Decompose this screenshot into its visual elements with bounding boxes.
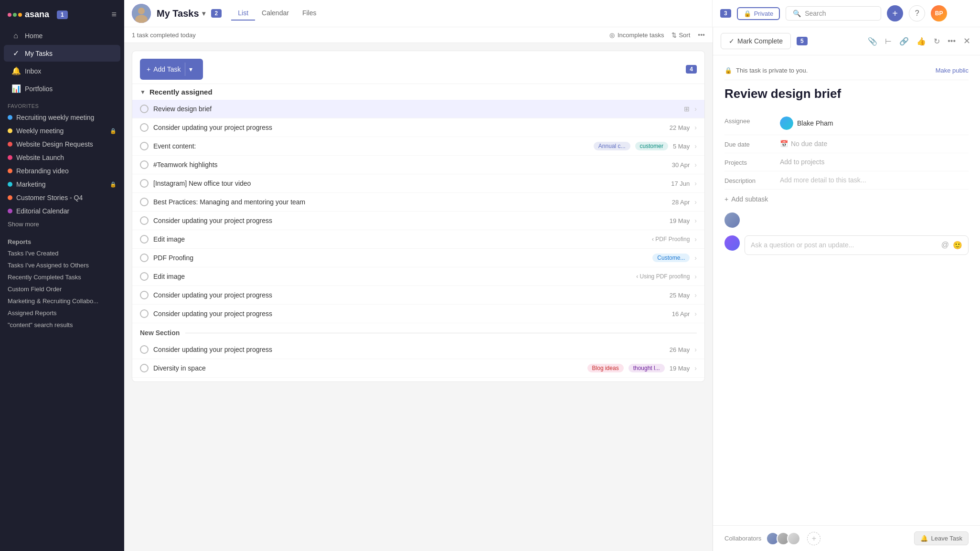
task-arrow-4[interactable]: › — [694, 161, 697, 169]
tab-calendar[interactable]: Calendar — [255, 6, 296, 21]
task-arrow-9[interactable]: › — [694, 254, 697, 262]
emoji-icon[interactable]: 🙂 — [953, 241, 962, 250]
task-arrow-8[interactable]: › — [694, 235, 697, 243]
task-check-12[interactable]: ○ — [140, 309, 149, 318]
sort-button[interactable]: ⇅ Sort — [671, 32, 690, 39]
section-collapse-icon[interactable]: ▼ — [140, 89, 146, 95]
task-row[interactable]: ○ Diversity in space Blog ideas thought … — [132, 359, 704, 378]
task-check-10[interactable]: ○ — [140, 272, 149, 281]
attachment-icon[interactable]: 📎 — [866, 35, 879, 48]
add-collaborator-button[interactable]: + — [807, 532, 820, 545]
task-check-14[interactable]: ○ — [140, 364, 149, 372]
hamburger-icon[interactable]: ≡ — [111, 10, 117, 20]
task-arrow-2[interactable]: › — [694, 124, 697, 131]
sidebar-item-inbox[interactable]: 🔔 Inbox — [4, 63, 120, 79]
task-row[interactable]: ○ #Teamwork highlights 30 Apr › — [132, 156, 704, 174]
task-row[interactable]: ○ Review design brief ⊞ › — [132, 100, 704, 118]
add-subtask-button[interactable]: + Add subtask — [724, 190, 969, 209]
sidebar-item-rebranding[interactable]: Rebranding video — [0, 164, 124, 178]
sidebar-item-customer-stories[interactable]: Customer Stories - Q4 — [0, 191, 124, 204]
task-check-1[interactable]: ○ — [140, 105, 149, 113]
sidebar-item-home[interactable]: ⌂ Home — [4, 28, 120, 44]
task-arrow-5[interactable]: › — [694, 180, 697, 187]
search-box[interactable]: 🔍 Search — [786, 6, 881, 21]
sidebar-item-my-tasks[interactable]: ✓ My Tasks — [4, 45, 120, 62]
report-marketing-recruiting[interactable]: Marketing & Recruiting Collabo... — [0, 295, 124, 307]
report-assigned-reports[interactable]: Assigned Reports — [0, 307, 124, 319]
leave-task-button[interactable]: 🔔 Leave Task — [914, 531, 969, 545]
task-row[interactable]: ○ Consider updating your project progres… — [132, 212, 704, 230]
task-row[interactable]: ○ Edit image ‹ Using PDF proofing › — [132, 267, 704, 286]
task-row[interactable]: ○ Best Practices: Managing and mentoring… — [132, 193, 704, 212]
task-arrow-6[interactable]: › — [694, 198, 697, 206]
task-check-3[interactable]: ○ — [140, 142, 149, 150]
task-row[interactable]: ○ PDF Proofing Custome... › — [132, 249, 704, 267]
task-row[interactable]: ○ Consider updating your project progres… — [132, 118, 704, 137]
task-row[interactable]: ○ [Instagram] New office tour video 17 J… — [132, 174, 704, 193]
step-badge-2: 2 — [211, 9, 222, 18]
report-content-search[interactable]: "content" search results — [0, 319, 124, 331]
task-check-5[interactable]: ○ — [140, 179, 149, 188]
make-public-button[interactable]: Make public — [936, 67, 969, 74]
task-check-8[interactable]: ○ — [140, 235, 149, 244]
sidebar-item-marketing[interactable]: Marketing 🔒 — [0, 178, 124, 191]
tab-list[interactable]: List — [231, 6, 255, 21]
task-row[interactable]: ○ Consider updating your project progres… — [132, 305, 704, 323]
close-icon[interactable]: ✕ — [961, 34, 972, 48]
sidebar-item-website-design[interactable]: Website Design Requests — [0, 138, 124, 151]
report-tasks-assigned[interactable]: Tasks I've Assigned to Others — [0, 259, 124, 271]
top-nav-left: My Tasks ▾ 2 List Calendar Files — [124, 0, 713, 27]
mark-complete-button[interactable]: ✓ Mark Complete — [721, 33, 791, 49]
more-options-button[interactable]: ••• — [698, 31, 705, 39]
assignee-value[interactable]: Blake Pham — [780, 117, 969, 130]
like-icon[interactable]: 👍 — [915, 35, 928, 48]
task-arrow-7[interactable]: › — [694, 217, 697, 224]
profile-avatar[interactable]: BP — [931, 5, 947, 21]
task-check-13[interactable]: ○ — [140, 345, 149, 354]
task-check-4[interactable]: ○ — [140, 160, 149, 169]
title-dropdown-arrow[interactable]: ▾ — [202, 10, 205, 17]
task-arrow-14[interactable]: › — [694, 364, 697, 372]
task-check-9[interactable]: ○ — [140, 254, 149, 262]
add-task-button[interactable]: + Add Task ▾ — [140, 59, 203, 80]
sidebar-item-website-launch[interactable]: Website Launch — [0, 151, 124, 164]
add-to-projects-button[interactable]: Add to projects — [780, 158, 824, 166]
report-recently-completed[interactable]: Recently Completed Tasks — [0, 271, 124, 283]
add-button[interactable]: + — [887, 5, 903, 21]
report-tasks-created[interactable]: Tasks I've Created — [0, 247, 124, 259]
task-arrow-1[interactable]: › — [694, 105, 697, 113]
task-grid-icon-1[interactable]: ⊞ — [684, 105, 690, 113]
help-button[interactable]: ? — [909, 5, 925, 21]
task-row[interactable]: ○ Edit image ‹ PDF Proofing › — [132, 230, 704, 249]
task-arrow-13[interactable]: › — [694, 346, 697, 353]
task-arrow-3[interactable]: › — [694, 142, 697, 150]
sidebar-item-portfolios[interactable]: 📊 Portfolios — [4, 80, 120, 97]
task-check-2[interactable]: ○ — [140, 123, 149, 132]
task-row[interactable]: ○ Consider updating your project progres… — [132, 340, 704, 359]
incomplete-tasks-filter[interactable]: ◎ Incomplete tasks — [609, 32, 664, 39]
task-check-7[interactable]: ○ — [140, 216, 149, 225]
description-input[interactable]: Add more detail to this task... — [780, 176, 866, 184]
task-check-6[interactable]: ○ — [140, 198, 149, 206]
task-row[interactable]: ○ Consider updating your project progres… — [132, 286, 704, 305]
task-arrow-12[interactable]: › — [694, 310, 697, 318]
task-check-11[interactable]: ○ — [140, 291, 149, 299]
sidebar-item-recruiting[interactable]: Recruiting weekly meeting — [0, 111, 124, 124]
subtask-icon[interactable]: ⊢ — [883, 35, 894, 48]
sidebar-item-weekly[interactable]: Weekly meeting 🔒 — [0, 124, 124, 138]
due-date-value[interactable]: 📅 No due date — [780, 140, 969, 148]
more-icon[interactable]: ••• — [946, 35, 958, 47]
report-custom-field[interactable]: Custom Field Order — [0, 283, 124, 295]
sidebar-item-editorial[interactable]: Editorial Calendar — [0, 204, 124, 218]
link-icon[interactable]: 🔗 — [897, 35, 911, 48]
add-task-dropdown[interactable]: ▾ — [185, 63, 196, 76]
refresh-icon[interactable]: ↻ — [932, 35, 942, 48]
at-icon[interactable]: @ — [941, 241, 949, 249]
task-arrow-10[interactable]: › — [694, 273, 697, 280]
comment-input[interactable]: Ask a question or post an update... @ 🙂 — [745, 235, 969, 255]
show-more-button[interactable]: Show more — [0, 218, 124, 231]
tab-files[interactable]: Files — [296, 6, 323, 21]
task-row[interactable]: ○ Event content: Annual c... customer 5 … — [132, 137, 704, 156]
recently-assigned-header: ▼ Recently assigned — [132, 84, 704, 100]
task-arrow-11[interactable]: › — [694, 291, 697, 299]
